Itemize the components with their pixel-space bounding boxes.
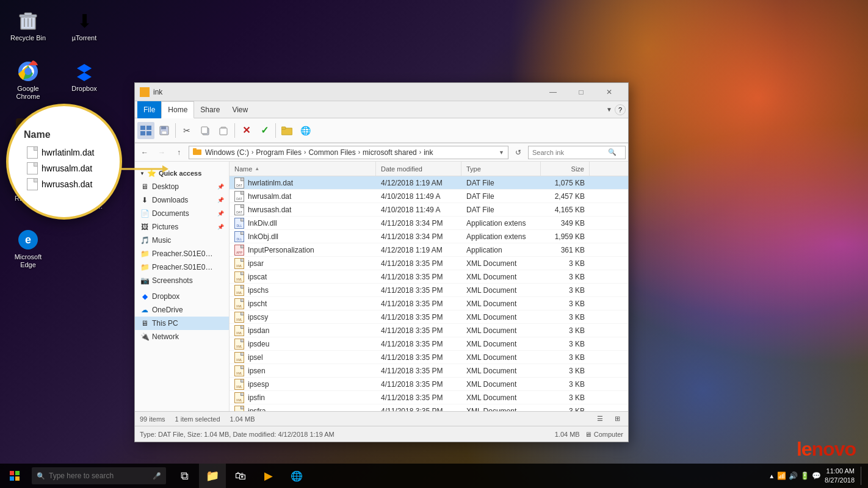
view-details-btn[interactable]: ☰ — [594, 413, 606, 425]
nav-dropbox[interactable]: ◆ Dropbox — [135, 290, 229, 303]
nav-downloads[interactable]: ⬇ Downloads 📌 — [135, 193, 229, 207]
refresh-btn[interactable]: ↺ — [511, 145, 526, 160]
file-row-2[interactable]: DAT hwrusash.dat 4/10/2018 11:49 A DAT F… — [230, 203, 628, 217]
file-cell-name-17: XML ipsfra — [230, 404, 376, 411]
network-nav-icon: 🔌 — [140, 332, 150, 342]
crumb-ms[interactable]: microsoft shared — [363, 148, 417, 157]
ribbon-expand-btn[interactable]: ▼ — [606, 106, 612, 113]
pictures-nav-icon: 🖼 — [140, 222, 150, 232]
preacher1-nav-icon: 📁 — [140, 249, 150, 259]
crumb-cf[interactable]: Common Files — [308, 148, 355, 157]
address-bar[interactable]: Windows (C:) › Program Files › Common Fi… — [189, 146, 508, 159]
file-row-15[interactable]: XML ipsesp 4/11/2018 3:35 PM XML Documen… — [230, 378, 628, 391]
desktop-icon-dropbox[interactable]: Dropbox — [62, 57, 106, 103]
taskbar-search[interactable]: 🔍 🎤 — [32, 467, 166, 484]
nav-pictures[interactable]: 🖼 Pictures 📌 — [135, 220, 229, 234]
network-tray-icon[interactable]: 📶 — [777, 472, 786, 480]
nav-preacher1[interactable]: 📁 Preacher.S01E02.HC — [135, 247, 229, 260]
recycle-bin-icon — [16, 9, 40, 33]
new-folder-btn[interactable] — [278, 122, 295, 139]
tab-home[interactable]: Home — [161, 101, 194, 118]
show-desktop-btn[interactable] — [861, 467, 863, 485]
desktop-icon-chrome[interactable]: Google Chrome — [6, 57, 50, 103]
nav-network[interactable]: 🔌 Network — [135, 330, 229, 343]
col-type-header[interactable]: Type — [461, 162, 541, 176]
taskbar-task-view[interactable]: ⧉ — [171, 464, 198, 488]
file-row-4[interactable]: DLL InkObj.dll 4/11/2018 3:34 PM Applica… — [230, 230, 628, 243]
view-toggle-btn[interactable] — [137, 122, 154, 139]
col-date-header[interactable]: Date modified — [376, 162, 461, 176]
desktop-icon-recycle-bin[interactable]: Recycle Bin — [6, 6, 50, 45]
col-size-header[interactable]: Size — [541, 162, 590, 176]
titlebar-title: ink — [153, 88, 539, 96]
file-cell-size-13: 3 KB — [541, 351, 590, 364]
paste-btn[interactable] — [215, 122, 232, 139]
file-row-7[interactable]: XML ipscat 4/11/2018 3:35 PM XML Documen… — [230, 270, 628, 284]
close-button[interactable]: ✕ — [595, 83, 623, 101]
search-input[interactable] — [532, 149, 606, 156]
cut-btn[interactable]: ✂ — [178, 122, 195, 139]
taskbar-search-input[interactable] — [49, 472, 146, 480]
start-button[interactable] — [0, 464, 29, 488]
notification-icon[interactable]: 💬 — [812, 472, 821, 480]
file-name-1: hwrusalm.dat — [248, 192, 291, 201]
file-row-6[interactable]: XML ipsar 4/11/2018 3:35 PM XML Document… — [230, 257, 628, 270]
file-row-9[interactable]: XML ipscht 4/11/2018 3:35 PM XML Documen… — [230, 297, 628, 310]
file-icon-5: APP — [234, 245, 244, 256]
taskbar-chrome-task[interactable]: 🌐 — [283, 464, 310, 488]
explorer-main: ▼ ⭐ Quick access 🖥 Desktop 📌 ⬇ Downloads… — [135, 162, 628, 411]
nav-onedrive[interactable]: ☁ OneDrive — [135, 303, 229, 317]
view-large-btn[interactable]: ⊞ — [611, 413, 623, 425]
crumb-pf[interactable]: Program Files — [256, 148, 302, 157]
delete-btn[interactable]: ✕ — [237, 122, 255, 139]
file-row-17[interactable]: XML ipsfra 4/11/2018 3:35 PM XML Documen… — [230, 404, 628, 411]
show-hidden-icon[interactable]: ▲ — [769, 473, 775, 479]
col-name-header[interactable]: Name ▲ — [230, 162, 376, 176]
nav-music[interactable]: 🎵 Music — [135, 234, 229, 247]
desktop-icon-utorrent[interactable]: ⬇ µTorrent — [62, 6, 106, 45]
nav-documents[interactable]: 📄 Documents 📌 — [135, 207, 229, 220]
nav-preacher2[interactable]: 📁 Preacher.S01E03.HC — [135, 260, 229, 274]
taskbar-time[interactable]: 11:00 AM 8/27/2018 — [825, 467, 855, 486]
file-row-14[interactable]: XML ipsen 4/11/2018 3:35 PM XML Document… — [230, 364, 628, 378]
back-btn[interactable]: ← — [137, 145, 152, 160]
file-row-0[interactable]: DAT hwrlatinlm.dat 4/12/2018 1:19 AM DAT… — [230, 176, 628, 190]
file-row-8[interactable]: XML ipschs 4/11/2018 3:35 PM XML Documen… — [230, 284, 628, 297]
save-state-btn[interactable] — [156, 122, 173, 139]
file-row-11[interactable]: XML ipsdan 4/11/2018 3:35 PM XML Documen… — [230, 324, 628, 337]
address-dropdown-btn[interactable]: ▼ — [499, 149, 504, 156]
taskbar-store[interactable]: 🛍 — [227, 464, 254, 488]
crumb-c[interactable]: Windows (C:) — [205, 148, 249, 157]
desktop-icon-edge[interactable]: e Microsoft Edge — [6, 225, 50, 271]
volume-icon[interactable]: 🔊 — [789, 472, 798, 480]
file-row-13[interactable]: XML ipsel 4/11/2018 3:35 PM XML Document… — [230, 351, 628, 364]
tab-file[interactable]: File — [137, 101, 161, 118]
nav-desktop[interactable]: 🖥 Desktop 📌 — [135, 180, 229, 193]
ribbon-help-btn[interactable]: ? — [615, 104, 626, 115]
rename-btn[interactable]: ✓ — [256, 122, 273, 139]
file-row-5[interactable]: APP InputPersonalization 4/12/2018 1:19 … — [230, 243, 628, 257]
crumb-ink[interactable]: ink — [424, 148, 433, 157]
file-row-10[interactable]: XML ipscsy 4/11/2018 3:35 PM XML Documen… — [230, 310, 628, 324]
copy-btn[interactable] — [197, 122, 214, 139]
svg-point-8 — [24, 68, 32, 75]
up-btn[interactable]: ↑ — [172, 145, 186, 160]
file-row-16[interactable]: XML ipsfin 4/11/2018 3:35 PM XML Documen… — [230, 391, 628, 404]
taskbar-explorer[interactable]: 📁 — [199, 464, 226, 488]
file-icon-16: XML — [234, 392, 244, 403]
minimize-button[interactable]: — — [539, 83, 567, 101]
nav-screenshots[interactable]: 📷 Screenshots — [135, 274, 229, 287]
file-row-12[interactable]: XML ipsdeu 4/11/2018 3:35 PM XML Documen… — [230, 337, 628, 351]
ribbon: File Home Share View ▼ ? — [135, 101, 628, 143]
file-row-1[interactable]: DAT hwrusalm.dat 4/10/2018 11:49 A DAT F… — [230, 190, 628, 203]
maximize-button[interactable]: □ — [567, 83, 595, 101]
nav-this-pc[interactable]: 🖥 This PC — [135, 317, 229, 330]
battery-icon[interactable]: 🔋 — [800, 472, 809, 480]
file-row-3[interactable]: DLL InkDiv.dll 4/11/2018 3:34 PM Applica… — [230, 217, 628, 230]
forward-btn[interactable]: → — [154, 145, 169, 160]
search-box[interactable]: 🔍 — [528, 146, 626, 159]
taskbar-vlc[interactable]: ▶ — [255, 464, 282, 488]
tab-share[interactable]: Share — [194, 101, 226, 118]
tab-view[interactable]: View — [226, 101, 254, 118]
properties-btn[interactable]: 🌐 — [297, 122, 314, 139]
